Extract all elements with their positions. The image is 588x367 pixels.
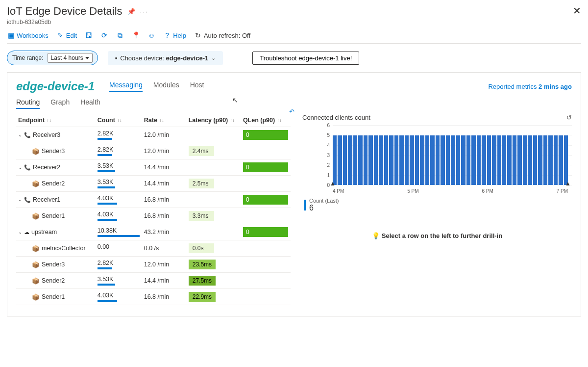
table-row[interactable]: ⌄📞Receiver14.03K16.8 /min0 [16,192,291,208]
phone-icon: 📞 [24,164,31,171]
refresh-icon[interactable]: ⟳ [100,31,108,39]
table-row[interactable]: 📦Sender23.53K14.4 /min27.5ms [16,273,291,289]
choose-device-button[interactable]: ▪ Choose device: edge-device-1 ⌄ [108,51,223,65]
chart-bar [471,135,475,185]
rate-value: 0.0 /s [142,240,187,257]
endpoint-name: Sender1 [42,293,65,300]
troubleshoot-button[interactable]: Troubleshoot edge-device-1 live! [252,52,359,65]
latency-badge: 2.5ms [189,179,214,188]
table-row[interactable]: ⌄☁upstream10.38K43.2 /min0 [16,224,291,240]
rate-value: 14.4 /min [142,273,187,289]
chart-bar [554,135,558,185]
x-tick: 5 PM [407,188,418,194]
phone-icon: 📞 [24,197,31,203]
chart-bar [374,135,378,185]
chart-bar [538,135,542,185]
table-row[interactable]: ⌄📞Receiver32.82K12.0 /min0 [16,127,291,143]
clock-icon: ↻ [194,31,202,39]
table-row[interactable]: 📦metricsCollector0.000.0 /s0.0s [16,240,291,257]
rate-value: 14.4 /min [142,159,187,176]
endpoint-name: Sender3 [42,261,65,268]
edit-button[interactable]: ✎Edit [56,31,77,39]
table-row[interactable]: 📦Sender32.82K12.0 /min23.5ms [16,257,291,273]
rate-value: 16.8 /min [142,289,187,305]
rate-value: 12.0 /min [142,257,187,273]
time-range-select[interactable]: Last 4 hours [48,53,93,63]
chart-bar [497,135,501,185]
chart-bar [559,135,563,185]
workbooks-button[interactable]: ▣Workbooks [7,31,49,39]
latency-badge: 23.5ms [189,260,216,269]
tab-host[interactable]: Host [190,81,204,92]
y-tick: 3 [327,153,330,158]
chart-bar [523,135,527,185]
chart-area[interactable]: 0123456 ▲ ▲ 4 PM5 PM6 PM7 PM [302,125,572,194]
secondary-tabs: Routing Graph Health [16,98,572,109]
workbook-icon: ▣ [7,31,15,39]
drill-hint: 💡Select a row on the left to further dri… [302,232,572,239]
save-icon[interactable]: 🖫 [85,31,93,39]
share-icon[interactable]: ⧉ [116,31,124,39]
table-row[interactable]: ⌄📞Receiver23.53K14.4 /min0 [16,159,291,176]
chart-bar [487,135,491,185]
package-icon: 📦 [32,180,40,187]
chart-bar [364,135,368,185]
pin-icon[interactable]: 📌 [127,8,135,15]
help-icon: ? [163,31,171,39]
help-button[interactable]: ?Help [163,31,186,39]
th-count[interactable]: Count↑↓ [96,114,142,127]
chart-bar [446,135,450,185]
chart-bar [333,135,337,185]
endpoint-name: upstream [31,229,57,236]
tab-graph[interactable]: Graph [50,98,70,109]
chart-bar [394,135,398,185]
endpoint-name: Sender2 [42,277,65,284]
endpoint-name: Receiver3 [33,131,60,138]
time-range-pill[interactable]: Time range: Last 4 hours [7,51,98,65]
chart-bar [420,135,424,185]
chart-bar [358,135,362,185]
pin-toolbar-icon[interactable]: 📍 [132,31,140,39]
chart-bar [548,135,552,185]
latency-badge: 2.4ms [189,146,214,156]
feedback-icon[interactable]: ☺ [147,31,155,39]
th-latency[interactable]: Latency (p90)↑↓ [187,114,241,127]
tab-routing[interactable]: Routing [16,98,40,109]
th-endpoint[interactable]: Endpoint↑↓ [16,114,96,127]
tab-messaging[interactable]: Messaging [109,81,143,92]
toolbar: ▣Workbooks ✎Edit 🖫 ⟳ ⧉ 📍 ☺ ?Help ↻Auto r… [7,31,581,44]
range-handle-left[interactable]: ▲ [330,180,336,187]
pencil-icon: ✎ [56,31,64,39]
th-qlen[interactable]: QLen (p90)↑↓ [241,114,291,127]
tab-health[interactable]: Health [80,98,100,109]
chevron-down-icon[interactable]: ⌄ [18,230,22,235]
count-value: 2.82K [98,130,140,137]
primary-tabs: Messaging Modules Host [109,81,204,92]
auto-refresh-button[interactable]: ↻Auto refresh: Off [194,31,250,39]
more-icon[interactable]: ··· [140,8,148,15]
chart-bar [399,135,403,185]
rate-value: 43.2 /min [142,224,187,240]
range-handle-right[interactable]: ▲ [565,180,571,187]
count-value: 4.03K [98,195,140,202]
chevron-down-icon[interactable]: ⌄ [18,198,22,202]
table-row[interactable]: 📦Sender32.82K12.0 /min2.4ms [16,143,291,159]
chart-bar [348,135,352,185]
chevron-down-icon[interactable]: ⌄ [18,165,22,170]
tab-modules[interactable]: Modules [153,81,179,92]
chart-bar [482,135,486,185]
history-icon[interactable]: ↺ [566,114,572,121]
table-row[interactable]: 📦Sender14.03K16.8 /min3.3ms [16,208,291,224]
chart-title: Connected clients count [302,114,370,121]
chevron-down-icon[interactable]: ⌄ [18,133,22,137]
th-rate[interactable]: Rate↑↓ [142,114,187,127]
subtitle: iothub-632a05db [7,19,148,26]
table-row[interactable]: 📦Sender23.53K14.4 /min2.5ms [16,176,291,192]
undo-icon[interactable]: ↶ [289,108,294,115]
chart-bar [513,135,516,185]
close-icon[interactable]: ✕ [573,5,581,17]
count-value: 4.03K [98,292,140,299]
chart-bar [368,135,372,185]
table-row[interactable]: 📦Sender14.03K16.8 /min22.9ms [16,289,291,305]
chart-bar [343,135,347,185]
